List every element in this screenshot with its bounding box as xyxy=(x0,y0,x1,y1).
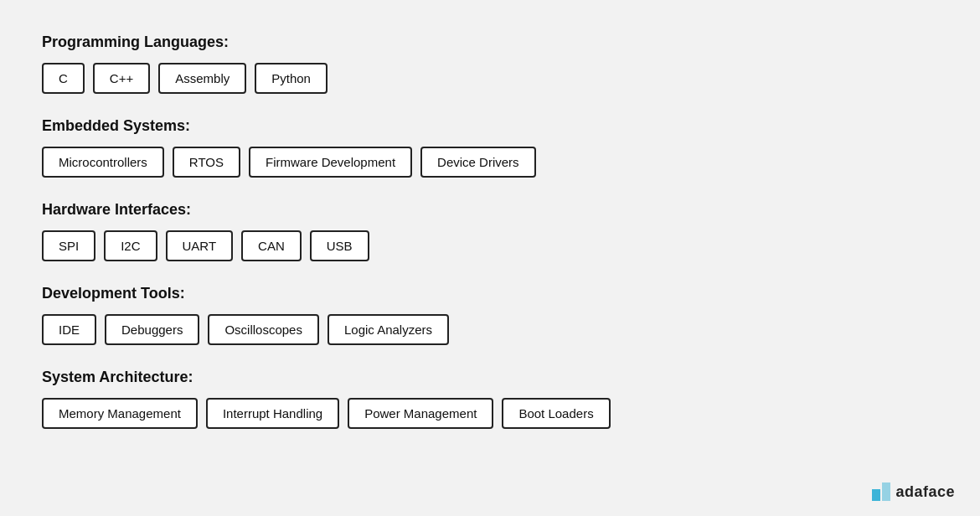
tag-usb[interactable]: USB xyxy=(310,230,369,261)
tag-spi[interactable]: SPI xyxy=(42,230,95,261)
section-title-development-tools: Development Tools: xyxy=(42,285,938,302)
tags-programming-languages: CC++AssemblyPython xyxy=(42,63,938,94)
tag-c++[interactable]: C++ xyxy=(93,63,150,94)
tag-interrupt-handling[interactable]: Interrupt Handling xyxy=(206,398,339,429)
tag-boot-loaders[interactable]: Boot Loaders xyxy=(502,398,610,429)
tags-system-architecture: Memory ManagementInterrupt HandlingPower… xyxy=(42,398,938,429)
svg-rect-1 xyxy=(882,482,890,501)
section-development-tools: Development Tools:IDEDebuggersOscillosco… xyxy=(42,285,938,345)
tag-firmware-development[interactable]: Firmware Development xyxy=(249,147,412,178)
tag-ide[interactable]: IDE xyxy=(42,314,96,345)
section-embedded-systems: Embedded Systems:MicrocontrollersRTOSFir… xyxy=(42,117,938,178)
tag-debuggers[interactable]: Debuggers xyxy=(105,314,199,345)
tag-assembly[interactable]: Assembly xyxy=(158,63,246,94)
tag-can[interactable]: CAN xyxy=(241,230,302,261)
tag-python[interactable]: Python xyxy=(255,63,328,94)
tag-device-drivers[interactable]: Device Drivers xyxy=(420,147,536,178)
tag-c[interactable]: C xyxy=(42,63,85,94)
tag-i2c[interactable]: I2C xyxy=(104,230,157,261)
tags-development-tools: IDEDebuggersOscilloscopesLogic Analyzers xyxy=(42,314,938,345)
logo-text: adaface xyxy=(895,483,955,501)
tag-logic-analyzers[interactable]: Logic Analyzers xyxy=(328,314,449,345)
tag-uart[interactable]: UART xyxy=(166,230,234,261)
section-title-programming-languages: Programming Languages: xyxy=(42,34,938,51)
tags-embedded-systems: MicrocontrollersRTOSFirmware Development… xyxy=(42,147,938,178)
logo-area: adaface xyxy=(872,482,955,501)
adaface-logo-icon xyxy=(872,482,890,501)
tag-memory-management[interactable]: Memory Management xyxy=(42,398,198,429)
svg-rect-0 xyxy=(872,489,880,501)
main-content: Programming Languages:CC++AssemblyPython… xyxy=(0,0,980,486)
tag-microcontrollers[interactable]: Microcontrollers xyxy=(42,147,164,178)
tag-oscilloscopes[interactable]: Oscilloscopes xyxy=(208,314,319,345)
tag-rtos[interactable]: RTOS xyxy=(173,147,240,178)
section-system-architecture: System Architecture:Memory ManagementInt… xyxy=(42,369,938,429)
tags-hardware-interfaces: SPII2CUARTCANUSB xyxy=(42,230,938,261)
tag-power-management[interactable]: Power Management xyxy=(348,398,493,429)
section-hardware-interfaces: Hardware Interfaces:SPII2CUARTCANUSB xyxy=(42,201,938,261)
section-title-hardware-interfaces: Hardware Interfaces: xyxy=(42,201,938,219)
section-title-system-architecture: System Architecture: xyxy=(42,369,938,386)
section-programming-languages: Programming Languages:CC++AssemblyPython xyxy=(42,34,938,94)
section-title-embedded-systems: Embedded Systems: xyxy=(42,117,938,135)
